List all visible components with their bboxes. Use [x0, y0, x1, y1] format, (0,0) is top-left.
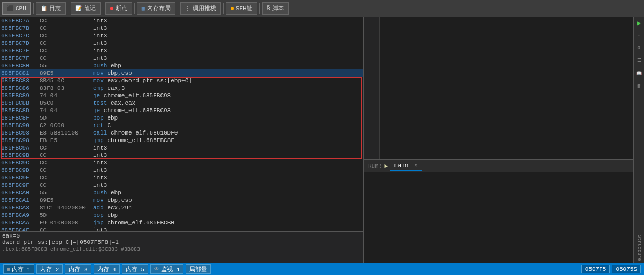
struct-list-icon[interactable]: ☰ [635, 58, 643, 66]
disasm-row[interactable]: 685FBC7ECCint3 [0, 47, 363, 54]
disasm-row[interactable]: 685FBCAAE9 01000000jmp chrome_elf.685FBC… [0, 219, 363, 226]
struct-down-icon[interactable]: ↓ [635, 32, 643, 41]
info-line2: dword ptr ss:[ebp+C]=[0507F5F8]=1 [2, 239, 361, 246]
disasm-bytes: CC [40, 227, 93, 231]
run-tab-main[interactable]: main × [390, 161, 422, 171]
disasm-row[interactable]: 685FBC8B85C0test eax,eax [0, 99, 363, 107]
code-content[interactable] [380, 17, 633, 159]
disasm-addr: 685FBC8D [1, 107, 40, 114]
disasm-panel: 685FBC7ACCint3685FBC7BCCint3685FBC7CCCin… [0, 17, 364, 263]
disasm-bytes: E8 5B810100 [40, 130, 93, 136]
disasm-addr: 685FBC98 [1, 137, 40, 144]
disasm-instr: pop ebp [93, 115, 362, 121]
disasm-bytes: CC [40, 152, 93, 159]
disasm-row[interactable]: 685FBC90C2 0C00ret C [0, 122, 363, 129]
disasm-row[interactable]: 685FBC7ACCint3 [0, 17, 363, 25]
disasm-instr: call chrome_elf.6861GDF0 [93, 130, 362, 136]
disasm-row[interactable]: 685FBC9FCCint3 [0, 182, 363, 189]
disasm-instr: je chrome_elf.685FBC93 [93, 107, 362, 114]
cpu-button[interactable]: ⬛ CPU [2, 2, 31, 15]
disasm-instr: int3 [93, 152, 362, 159]
notes-button[interactable]: 📝 笔记 [71, 2, 101, 15]
mem4-button[interactable]: 内存 4 [94, 264, 120, 274]
breakpoints-button[interactable]: 断点 [105, 2, 132, 15]
locals-button[interactable]: 局部量 [186, 264, 211, 274]
disasm-row[interactable]: 685FBC7CCCint3 [0, 32, 363, 40]
disasm-row[interactable]: 685FBCA189E5mov ebp,esp [0, 197, 363, 204]
disasm-addr: 685FBCAA [1, 219, 40, 226]
seh-dot [231, 7, 234, 10]
disasm-bytes: EB F5 [40, 137, 93, 144]
disasm-addr: 685FBC9D [1, 167, 40, 174]
disasm-row[interactable]: 685FBCAFCCint3 [0, 226, 363, 231]
run-label: Run: [368, 163, 382, 169]
disasm-bytes: CC [40, 33, 93, 39]
callstack-button[interactable]: ⋮ 调用推栈 [180, 2, 221, 15]
disasm-bytes: 89E5 [40, 197, 93, 203]
struct-trash-icon[interactable]: 🗑 [635, 83, 643, 92]
disasm-row[interactable]: 685FBC7DCCint3 [0, 40, 363, 47]
struct-run-icon[interactable]: ▶ [635, 19, 643, 28]
sep5 [178, 3, 178, 14]
disasm-addr: 685FBC7F [1, 55, 40, 61]
disasm-bytes: 55 [40, 190, 93, 196]
disasm-addr: 685FBCA9 [1, 212, 40, 218]
script-button[interactable]: § 脚本 [262, 2, 289, 15]
mem5-button[interactable]: 内存 5 [122, 264, 148, 274]
disasm-row[interactable]: 685FBC8D74 04je chrome_elf.685FBC93 [0, 107, 363, 114]
disasm-instr: int3 [93, 167, 362, 174]
watch1-button[interactable]: 👁 监视 1 [150, 264, 183, 274]
disasm-addr: 685FBC80 [1, 62, 40, 69]
disasm-row[interactable]: 685FBC9ACCint3 [0, 144, 363, 152]
disasm-row[interactable]: 685FBC9ECCint3 [0, 174, 363, 182]
disasm-row[interactable]: 685FBCA95Dpop ebp [0, 211, 363, 219]
disasm-bytes: CC [40, 167, 93, 174]
struct-book-icon[interactable]: 📖 [635, 70, 643, 79]
disasm-row[interactable]: 685FBC8055push ebp [0, 62, 363, 69]
mem3-button[interactable]: 内存 3 [65, 264, 91, 274]
disasm-row[interactable]: 685FBC7BCCint3 [0, 25, 363, 32]
disasm-instr: int3 [93, 175, 362, 181]
disasm-row[interactable]: 685FBC838B45 0Cmov eax,dword ptr ss:[ebp… [0, 77, 363, 84]
disasm-row[interactable]: 685FBC93E8 5B810100call chrome_elf.6861G… [0, 129, 363, 137]
mem1-button[interactable]: ▦ 内存 1 [3, 264, 34, 274]
disasm-addr: 685FBC7D [1, 40, 40, 46]
log-button[interactable]: 📋 日志 [36, 2, 66, 15]
mem2-button[interactable]: 内存 2 [36, 264, 63, 274]
disasm-instr: ret C [93, 122, 362, 129]
disasm-row[interactable]: 685FBC9DCCint3 [0, 167, 363, 174]
status-addr2: 05075S [612, 265, 641, 273]
disasm-area[interactable]: 685FBC7ACCint3685FBC7BCCint3685FBC7CCCin… [0, 17, 363, 231]
disasm-addr: 685FBC9C [1, 160, 40, 166]
disasm-row[interactable]: 685FBC7FCCint3 [0, 54, 363, 62]
disasm-row[interactable]: 685FBCA381C1 94020000add ecx,294 [0, 204, 363, 211]
disasm-row[interactable]: 685FBC98EB F5jmp chrome_elf.685FBC8F [0, 137, 363, 144]
memory-button[interactable]: ▦ 内存布局 [137, 2, 175, 15]
toolbar: ⬛ CPU 📋 日志 📝 笔记 断点 ▦ 内存布局 ⋮ 调用推栈 SEH链 § … [0, 0, 644, 17]
disasm-addr: 685FBC81 [1, 70, 40, 76]
disasm-row[interactable]: 685FBC9CCCint3 [0, 159, 363, 167]
sep7 [259, 3, 260, 14]
disasm-rows: 685FBC7ACCint3685FBC7BCCint3685FBC7CCCin… [0, 17, 363, 231]
disasm-row[interactable]: 685FBC9BCCint3 [0, 152, 363, 159]
struct-gear-icon[interactable]: ⚙ [635, 45, 643, 53]
disasm-bytes: 8B45 0C [40, 77, 93, 84]
disasm-bytes: CC [40, 18, 93, 24]
info-line1: eax=0 [2, 233, 361, 239]
disasm-bytes: CC [40, 40, 93, 46]
seh-button[interactable]: SEH链 [226, 2, 257, 15]
disasm-instr: jmp chrome_elf.685FBC8F [93, 137, 362, 144]
disasm-row[interactable]: 685FBC8189E5mov ebp,esp [0, 69, 363, 77]
disasm-row[interactable]: 685FBCA055push ebp [0, 189, 363, 197]
disasm-instr: pop ebp [93, 212, 362, 218]
disasm-instr: mov ebp,esp [93, 197, 362, 203]
disasm-row[interactable]: 685FBC8974 04je chrome_elf.685FBC93 [0, 92, 363, 99]
sep1 [33, 3, 34, 14]
disasm-row[interactable]: 685FBC8F5Dpop ebp [0, 114, 363, 122]
disasm-row[interactable]: 685FBC8683F8 03cmp eax,3 [0, 84, 363, 92]
disasm-addr: 685FBC8B [1, 100, 40, 106]
disasm-addr: 685FBCA3 [1, 205, 40, 211]
disasm-instr: push ebp [93, 190, 362, 196]
disasm-bytes: 83F8 03 [40, 85, 93, 91]
run-tab-close[interactable]: × [414, 162, 418, 169]
